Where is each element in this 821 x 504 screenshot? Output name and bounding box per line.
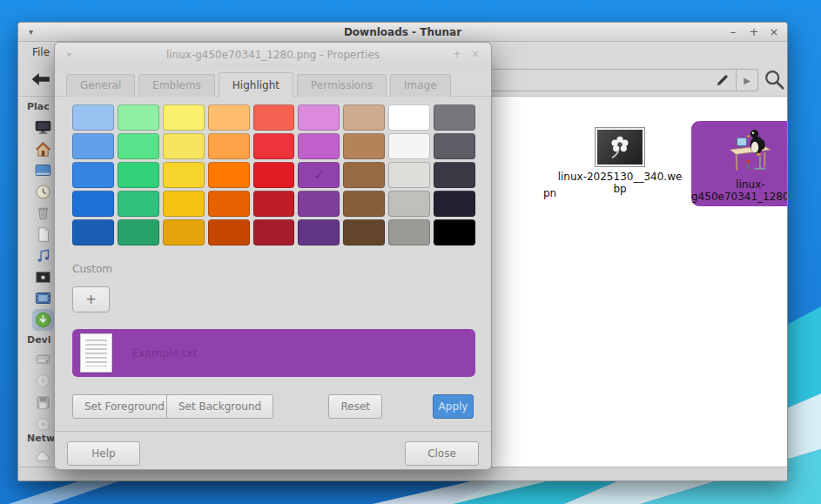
go-button[interactable]: ▶ bbox=[737, 69, 758, 91]
palette-swatch-2ec27e[interactable] bbox=[118, 191, 159, 217]
sidebar-section-devi: Devi bbox=[27, 334, 51, 346]
dialog-titlebar[interactable]: ▾ linux-g450e70341_1280.png - Properties… bbox=[55, 43, 491, 67]
palette-swatch-57e389[interactable] bbox=[118, 133, 159, 159]
palette-swatch-9141ac[interactable]: ✓ bbox=[298, 162, 340, 188]
magnifier-icon bbox=[763, 68, 786, 91]
palette-swatch-1a5fb4[interactable] bbox=[72, 219, 114, 245]
set-foreground-button[interactable]: Set Foreground bbox=[72, 394, 177, 419]
palette-swatch-986a44[interactable] bbox=[343, 162, 385, 188]
palette-swatch-c01c28[interactable] bbox=[253, 191, 295, 217]
minimize-button[interactable]: – bbox=[724, 23, 742, 42]
palette-swatch-813d9c[interactable] bbox=[298, 191, 340, 217]
back-button[interactable] bbox=[30, 71, 51, 89]
sidebar-item-network[interactable] bbox=[35, 448, 51, 465]
tab-bar: GeneralEmblemsHighlightPermissionsImage bbox=[66, 72, 454, 97]
palette-swatch-cdab8f[interactable] bbox=[343, 104, 385, 131]
palette-swatch-ff7800[interactable] bbox=[208, 162, 250, 188]
palette-swatch-ed333b[interactable] bbox=[253, 133, 295, 159]
sidebar-item-videos[interactable] bbox=[35, 290, 51, 306]
sidebar-item-desktop[interactable] bbox=[35, 162, 51, 178]
palette-swatch-5e5c64[interactable] bbox=[434, 133, 475, 159]
palette-swatch-c0bfbc[interactable] bbox=[388, 191, 430, 217]
maximize-button[interactable]: + bbox=[745, 23, 763, 42]
palette-swatch-63452c[interactable] bbox=[343, 219, 385, 245]
palette-swatch-c64600[interactable] bbox=[208, 219, 250, 245]
palette-swatch-9a9996[interactable] bbox=[388, 219, 430, 245]
sidebar-item-optical[interactable] bbox=[35, 373, 51, 389]
desktop: ▾ Downloads - Thunar – + × File bbox=[0, 0, 821, 504]
dialog-maximize-icon[interactable]: + bbox=[449, 43, 465, 67]
palette-swatch-a51d2d[interactable] bbox=[253, 219, 295, 245]
palette-swatch-dc8add[interactable] bbox=[298, 104, 340, 131]
palette-swatch-62a0ea[interactable] bbox=[72, 133, 114, 159]
palette-swatch-3584e4[interactable] bbox=[72, 162, 114, 188]
apply-button[interactable]: Apply bbox=[433, 394, 474, 419]
menu-file[interactable]: File bbox=[29, 42, 53, 64]
set-background-button[interactable]: Set Background bbox=[166, 394, 273, 419]
palette-swatch-b5835a[interactable] bbox=[343, 133, 385, 159]
palette-swatch-241f31[interactable] bbox=[434, 191, 475, 217]
palette-swatch-99c1f1[interactable] bbox=[72, 104, 114, 131]
palette-swatch-33d17a[interactable] bbox=[118, 162, 159, 188]
sidebar-item-pictures[interactable] bbox=[35, 269, 51, 286]
palette-swatch-deddda[interactable] bbox=[388, 162, 430, 188]
close-button[interactable]: × bbox=[765, 23, 783, 42]
flower-icon bbox=[606, 133, 634, 161]
file-png-highlighted[interactable]: linux- g450e70341_1280.png bbox=[691, 121, 788, 206]
sidebar-item-home[interactable] bbox=[35, 141, 51, 158]
example-filename: Example.txt bbox=[131, 346, 197, 360]
dialog-menu-caret-icon[interactable]: ▾ bbox=[67, 43, 71, 67]
file-webp-label-line2: bp bbox=[550, 183, 690, 195]
tab-emblems[interactable]: Emblems bbox=[138, 74, 215, 97]
palette-swatch-ffa348[interactable] bbox=[208, 133, 250, 159]
window-titlebar[interactable]: ▾ Downloads - Thunar – + × bbox=[18, 23, 787, 42]
file-png-label-line2: g450e70341_1280.png bbox=[691, 191, 788, 203]
file-webp[interactable]: linux-2025130__340.we bp bbox=[550, 127, 690, 195]
palette-swatch-ffbe6f[interactable] bbox=[208, 104, 250, 131]
palette-swatch-865e3c[interactable] bbox=[343, 191, 385, 217]
sidebar-item-music[interactable] bbox=[35, 247, 51, 264]
palette-swatch-ffffff[interactable] bbox=[388, 104, 430, 131]
close-dialog-button[interactable]: Close bbox=[405, 441, 479, 466]
sidebar-item-harddisk[interactable] bbox=[35, 351, 51, 367]
palette-swatch-8ff0a4[interactable] bbox=[118, 104, 159, 131]
sidebar-section-netw: Netw bbox=[27, 433, 55, 444]
palette-swatch-3d3846[interactable] bbox=[434, 162, 475, 188]
dialog-close-icon[interactable]: × bbox=[468, 43, 483, 67]
help-button[interactable]: Help bbox=[67, 441, 140, 466]
highlight-preview: Example.txt bbox=[72, 329, 475, 377]
palette-swatch-f9f06b[interactable] bbox=[163, 104, 205, 131]
edit-path-icon[interactable] bbox=[715, 73, 730, 88]
palette-swatch-e66100[interactable] bbox=[208, 191, 250, 217]
tab-highlight[interactable]: Highlight bbox=[219, 72, 293, 97]
image-placeholder-icon bbox=[595, 127, 645, 167]
sidebar-item-computer[interactable] bbox=[35, 119, 51, 136]
palette-swatch-f66151[interactable] bbox=[253, 104, 295, 131]
palette-swatch-e5a50a[interactable] bbox=[163, 219, 205, 245]
sidebar-item-downloads[interactable] bbox=[35, 312, 51, 328]
sidebar-item-floppy[interactable] bbox=[35, 394, 51, 411]
palette-swatch-f6d32d[interactable] bbox=[163, 162, 205, 188]
palette-swatch-f6f5f4[interactable] bbox=[388, 133, 430, 159]
sidebar-item-trash[interactable] bbox=[35, 205, 51, 221]
sidebar-item-documents[interactable] bbox=[35, 226, 51, 243]
palette-swatch-c061cb[interactable] bbox=[298, 133, 340, 159]
palette-swatch-613583[interactable] bbox=[298, 219, 340, 245]
palette-swatch-77767b[interactable] bbox=[434, 104, 475, 131]
sidebar-item-optical2[interactable] bbox=[35, 416, 51, 433]
tab-general[interactable]: General bbox=[66, 74, 135, 97]
palette-swatch-f5c211[interactable] bbox=[163, 191, 205, 217]
search-button[interactable] bbox=[763, 68, 786, 91]
add-custom-color-button[interactable]: + bbox=[72, 286, 110, 312]
palette-swatch-1c71d8[interactable] bbox=[72, 191, 114, 217]
file-webp-label-line1: linux-2025130__340.we bbox=[550, 171, 690, 183]
reset-button[interactable]: Reset bbox=[328, 394, 382, 419]
palette-swatch-26a269[interactable] bbox=[118, 219, 159, 245]
properties-dialog: ▾ linux-g450e70341_1280.png - Properties… bbox=[54, 42, 492, 470]
palette-swatch-e01b24[interactable] bbox=[253, 162, 295, 188]
sidebar-item-recent[interactable] bbox=[35, 184, 51, 200]
tab-image[interactable]: Image bbox=[390, 74, 451, 97]
palette-swatch-f8e45c[interactable] bbox=[163, 133, 205, 159]
palette-swatch-000000[interactable] bbox=[434, 219, 475, 245]
tab-permissions[interactable]: Permissions bbox=[297, 74, 387, 97]
